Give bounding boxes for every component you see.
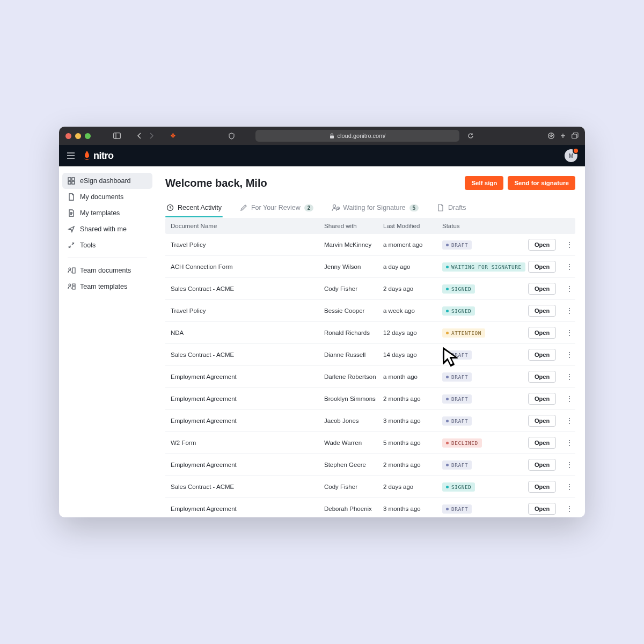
svg-rect-0 — [114, 133, 121, 139]
person-wait-icon — [332, 204, 339, 211]
open-button[interactable]: Open — [528, 305, 556, 317]
cell-status: WAITING FOR SIGNATURE — [442, 262, 528, 272]
user-avatar[interactable]: M — [565, 149, 577, 162]
status-badge: ATTENTION — [442, 328, 485, 338]
brand-logo[interactable]: nitro — [83, 150, 114, 162]
open-button[interactable]: Open — [528, 503, 556, 515]
nav-back-icon[interactable] — [136, 132, 143, 140]
pen-icon — [240, 204, 247, 211]
open-button[interactable]: Open — [528, 437, 556, 449]
row-menu-icon[interactable]: ⋮ — [565, 417, 574, 425]
table-row: Employment AgreementDarlene Robertsona m… — [165, 366, 575, 388]
review-count-badge: 2 — [304, 204, 314, 211]
sidebar-item-my-templates[interactable]: My templates — [62, 205, 152, 221]
cell-status: DRAFT — [442, 372, 528, 382]
cell-document-name: Travel Policy — [171, 308, 324, 314]
cell-document-name: Employment Agreement — [171, 396, 324, 402]
status-badge: DRAFT — [442, 350, 472, 360]
table-row: ACH Connection FormJenny Wilsona day ago… — [165, 256, 575, 278]
row-menu-icon[interactable]: ⋮ — [565, 483, 574, 491]
cell-shared-with: Wade Warren — [324, 440, 383, 446]
minimize-window-icon[interactable] — [75, 133, 81, 139]
cell-status: DRAFT — [442, 350, 528, 360]
shield-icon[interactable] — [228, 132, 235, 140]
cell-shared-with: Ronald Richards — [324, 330, 383, 336]
row-menu-icon[interactable]: ⋮ — [565, 461, 574, 469]
sidebar-item-my-documents[interactable]: My documents — [62, 189, 152, 205]
cell-last-modified: 12 days ago — [383, 330, 442, 336]
cell-document-name: Employment Agreement — [171, 418, 324, 424]
sidebar-item-esign-dashboard[interactable]: eSign dashboard — [62, 173, 152, 189]
sidebar-item-team-templates[interactable]: Team templates — [62, 279, 152, 295]
cell-status: DECLINED — [442, 438, 528, 448]
close-window-icon[interactable] — [65, 133, 71, 139]
maximize-window-icon[interactable] — [85, 133, 91, 139]
row-menu-icon[interactable]: ⋮ — [565, 439, 574, 447]
sidebar-item-tools[interactable]: Tools — [62, 237, 152, 253]
lock-icon — [330, 133, 334, 139]
svg-rect-2 — [330, 135, 334, 138]
tab-recent-activity[interactable]: Recent Activity — [165, 201, 223, 217]
row-menu-icon[interactable]: ⋮ — [565, 329, 574, 336]
hamburger-icon[interactable] — [67, 152, 75, 159]
share-icon — [68, 225, 75, 233]
row-menu-icon[interactable]: ⋮ — [565, 505, 574, 513]
welcome-heading: Welcome back, Milo — [165, 177, 267, 189]
sidebar-toggle-icon[interactable] — [113, 132, 121, 140]
cell-document-name: W2 Form — [171, 440, 324, 446]
tabs: Recent Activity For Your Review 2 Waitin… — [165, 201, 575, 217]
tab-for-your-review[interactable]: For Your Review 2 — [239, 201, 314, 217]
row-menu-icon[interactable]: ⋮ — [565, 241, 574, 248]
row-menu-icon[interactable]: ⋮ — [565, 395, 574, 402]
open-button[interactable]: Open — [528, 393, 556, 405]
tab-label: Drafts — [448, 204, 466, 211]
cell-document-name: NDA — [171, 330, 324, 336]
open-button[interactable]: Open — [528, 283, 556, 295]
template-icon — [68, 209, 75, 217]
browser-titlebar: ❖ cloud.gonitro.com/ — [59, 127, 585, 145]
cell-status: DRAFT — [442, 394, 528, 404]
open-button[interactable]: Open — [528, 371, 556, 383]
open-button[interactable]: Open — [528, 415, 556, 427]
row-menu-icon[interactable]: ⋮ — [565, 263, 574, 270]
tab-label: For Your Review — [251, 204, 301, 211]
send-for-signature-button[interactable]: Send for signature — [508, 176, 575, 190]
new-tab-icon[interactable] — [559, 132, 567, 140]
cell-status: DRAFT — [442, 504, 528, 514]
table-row: W2 FormWade Warren5 months agoDECLINEDOp… — [165, 432, 575, 454]
cell-shared-with: Stephen Geere — [324, 462, 383, 468]
table-row: Sales Contract - ACMECody Fisher2 days a… — [165, 476, 575, 498]
sidebar-item-shared-with-me[interactable]: Shared with me — [62, 221, 152, 237]
download-icon[interactable] — [547, 132, 555, 140]
row-menu-icon[interactable]: ⋮ — [565, 307, 574, 314]
sidebar-item-label: Shared with me — [80, 225, 127, 233]
status-badge: DRAFT — [442, 460, 472, 470]
tab-drafts[interactable]: Drafts — [436, 201, 467, 217]
cell-last-modified: a moment ago — [383, 241, 442, 248]
refresh-icon[interactable] — [467, 132, 474, 140]
tabs-icon[interactable] — [571, 132, 579, 140]
open-button[interactable]: Open — [528, 327, 556, 339]
open-button[interactable]: Open — [528, 261, 556, 273]
row-menu-icon[interactable]: ⋮ — [565, 351, 574, 358]
flame-icon — [83, 151, 91, 160]
open-button[interactable]: Open — [528, 481, 556, 493]
sidebar-item-label: Team templates — [80, 283, 127, 290]
url-text: cloud.gonitro.com/ — [338, 133, 386, 139]
open-button[interactable]: Open — [528, 459, 556, 471]
open-button[interactable]: Open — [528, 239, 556, 251]
nav-forward-icon[interactable] — [148, 132, 155, 140]
svg-rect-7 — [68, 181, 71, 184]
row-menu-icon[interactable]: ⋮ — [565, 285, 574, 292]
cell-shared-with: Bessie Cooper — [324, 308, 383, 314]
self-sign-button[interactable]: Self sign — [465, 176, 503, 190]
row-menu-icon[interactable]: ⋮ — [565, 373, 574, 380]
sidebar-divider — [68, 258, 147, 258]
url-bar[interactable]: cloud.gonitro.com/ — [255, 130, 459, 142]
sidebar-item-label: eSign dashboard — [80, 177, 131, 185]
tab-waiting-signature[interactable]: Waiting for Signature 5 — [331, 201, 420, 217]
open-button[interactable]: Open — [528, 349, 556, 361]
sidebar-item-team-documents[interactable]: Team documents — [62, 262, 152, 279]
col-modified: Last Modified — [383, 223, 442, 229]
status-badge: DRAFT — [442, 504, 472, 514]
